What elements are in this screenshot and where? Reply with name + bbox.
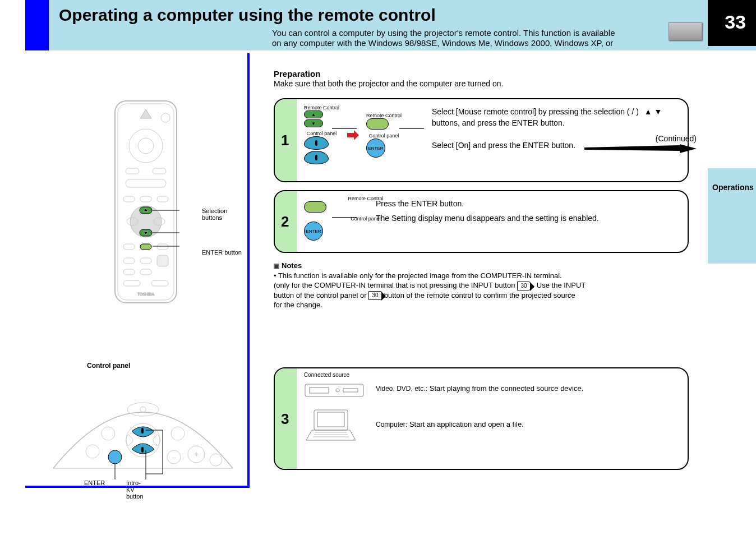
- svg-rect-10: [140, 196, 151, 202]
- control-panel-illustration: — +: [48, 379, 238, 482]
- svg-point-41: [171, 427, 185, 440]
- page-ref-icon-1[interactable]: 30: [517, 282, 531, 290]
- continued-label: (Continued): [656, 134, 697, 143]
- step1-text-c: Select [On] and press the ENTER button.: [432, 141, 575, 150]
- step-1-box: 1 Remote Control Control panel Remote Co…: [274, 98, 689, 182]
- svg-rect-28: [151, 280, 168, 286]
- note-line-2-post: button of the remote control to confirm …: [384, 291, 575, 299]
- svg-text:+: +: [194, 450, 198, 458]
- remote-callouts: Selection buttons ENTER button: [202, 261, 247, 281]
- svg-rect-9: [123, 196, 135, 202]
- side-tab-label: Operations: [712, 183, 753, 193]
- step3-line-b-text: Start an application and open a file.: [409, 420, 524, 428]
- svg-point-43: [108, 450, 122, 464]
- page-title: Operating a computer using the remote co…: [59, 6, 436, 25]
- svg-rect-26: [140, 269, 151, 275]
- step-3-number: 3: [281, 410, 289, 427]
- step1-remote-label-2: Remote Control: [366, 113, 402, 118]
- svg-rect-54: [305, 384, 363, 396]
- svg-rect-39: [141, 447, 144, 453]
- step1-remote-label: Remote Control: [304, 105, 339, 110]
- step3-line-a-text: Start playing from the connected source …: [430, 384, 584, 393]
- svg-rect-57: [343, 389, 358, 392]
- step1-panel-label-2: Control panel: [366, 133, 402, 139]
- continued-arrow-icon: [584, 144, 697, 153]
- note-line-1b-pre: (only for the COMPUTER-IN terminal that …: [274, 281, 517, 289]
- step-1-number: 1: [281, 132, 289, 149]
- header-subtitle-1: You can control a computer by using the …: [272, 28, 615, 38]
- side-tab: Operations: [708, 168, 756, 264]
- note-line-2-pre: button of the control panel or: [274, 291, 368, 299]
- panel-up-icon: [304, 136, 329, 150]
- svg-rect-59: [317, 412, 344, 427]
- notes-heading: Notes: [282, 261, 302, 270]
- svg-rect-55: [310, 388, 329, 393]
- svg-point-56: [336, 389, 339, 392]
- callout-selection: Selection buttons: [202, 207, 247, 221]
- panel-svg: — +: [48, 379, 238, 479]
- svg-rect-8: [126, 179, 166, 187]
- notes-block: Notes • This function is available only …: [274, 261, 689, 310]
- svg-text:—: —: [172, 455, 176, 460]
- svg-rect-24: [157, 255, 168, 266]
- step-1-icons: Remote Control Control panel Remote Cont…: [304, 105, 427, 165]
- preparation-heading: Preparation: [274, 69, 320, 79]
- svg-text:TOSHIBA: TOSHIBA: [137, 292, 155, 296]
- left-column: TOSHIBA Selection buttons ENTER button C…: [25, 53, 250, 488]
- control-panel-heading: Control panel: [87, 362, 130, 370]
- svg-rect-11: [157, 196, 168, 202]
- step-3-box: 3 Connected source Video, DVD, etc.: Sta…: [274, 367, 689, 470]
- svg-point-3: [161, 113, 170, 122]
- step1-panel-label: Control panel: [304, 131, 339, 136]
- svg-rect-19: [123, 244, 135, 250]
- svg-rect-7: [153, 168, 166, 174]
- step-2-number: 2: [281, 213, 289, 230]
- step1-text-a-span: Select [Mouse remote control] by pressin…: [432, 107, 639, 116]
- panel-enter-label: ENTER: [84, 479, 105, 486]
- page-ref-icon-2[interactable]: 30: [368, 291, 382, 300]
- note-line-1b-post: . Use the INPUT: [533, 281, 586, 289]
- remote-down-icon: [304, 119, 323, 127]
- svg-rect-6: [126, 168, 139, 174]
- page-number: 33: [725, 11, 746, 33]
- step3-label-above: Connected source: [304, 372, 349, 378]
- preparation-text: Make sure that both the projector and th…: [274, 79, 503, 88]
- step1-text-a: Select [Mouse remote control] by pressin…: [432, 107, 662, 116]
- laptop-icon: [304, 408, 360, 445]
- svg-rect-25: [123, 269, 135, 275]
- step-2-box: 2 Remote Control Control panel ENTER Pre…: [274, 190, 689, 253]
- svg-point-4: [129, 129, 163, 163]
- header-blue-strip: [25, 0, 49, 50]
- svg-point-35: [127, 403, 159, 416]
- panel-down-icon: [304, 151, 329, 164]
- remote-up-icon: [304, 110, 323, 118]
- svg-point-40: [102, 427, 115, 440]
- red-arrow-icon: [346, 128, 359, 142]
- svg-point-5: [138, 138, 154, 154]
- remote-illustration: TOSHIBA: [112, 98, 179, 308]
- svg-rect-20: [140, 244, 151, 250]
- step2-text-b: The Setting display menu disappears and …: [376, 214, 599, 223]
- svg-rect-22: [123, 258, 135, 264]
- step3-line-a-label: Video, DVD, etc.: [376, 385, 426, 393]
- enter-pill-icon: [366, 118, 389, 130]
- svg-rect-38: [141, 428, 144, 433]
- header-subtitle-2: on any computer with the Windows 98/98SE…: [272, 38, 613, 48]
- header: Operating a computer using the remote co…: [25, 0, 756, 50]
- callout-enter: ENTER button: [202, 249, 247, 256]
- step3-line-b-label: Computer: [376, 421, 405, 428]
- enter-pill-icon-2: [304, 201, 326, 213]
- remote-svg: TOSHIBA: [112, 98, 179, 306]
- header-grey-button[interactable]: [669, 22, 702, 40]
- note-line-3: for the change.: [274, 300, 689, 310]
- vcr-icon: [304, 381, 366, 401]
- panel-kv-label: Intro-KV button: [126, 479, 144, 500]
- svg-rect-58: [314, 410, 348, 430]
- note-line-1a: • This function is available only for th…: [274, 271, 689, 281]
- svg-point-36: [140, 407, 146, 412]
- enter-circle-icon-2: ENTER: [304, 222, 323, 241]
- note-icon: [274, 264, 279, 269]
- svg-point-48: [210, 454, 222, 466]
- svg-rect-21: [157, 244, 168, 250]
- svg-point-42: [86, 445, 99, 458]
